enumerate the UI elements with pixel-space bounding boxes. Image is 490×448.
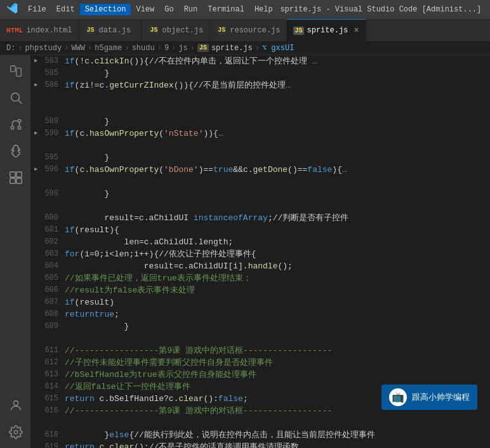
tab-data-js[interactable]: JS data.js xyxy=(79,19,142,41)
tab-icon-js: JS xyxy=(216,26,227,34)
code-line: if(result){ xyxy=(62,224,490,236)
activity-icon-debug[interactable] xyxy=(4,140,26,162)
breadcrumb-item[interactable]: shudu xyxy=(132,44,155,53)
tab-icon-js: JS xyxy=(293,27,303,35)
menu-terminal[interactable]: Terminal xyxy=(202,4,249,15)
line-number: 607 xyxy=(33,296,58,308)
svg-rect-10 xyxy=(17,178,22,183)
menu-file[interactable]: File xyxy=(23,4,51,15)
breadcrumb-item[interactable]: h5game xyxy=(95,44,122,53)
code-line: if(c.hasOwnProperty('nState')){… xyxy=(62,128,490,140)
line-number xyxy=(33,333,58,345)
code-line xyxy=(62,200,490,212)
breadcrumb-sep: › xyxy=(88,44,92,53)
menu-view[interactable]: View xyxy=(131,4,159,15)
code-line: if(c.hasOwnProperty('bDone')==true&&c.ge… xyxy=(62,164,490,176)
breadcrumb-sep: › xyxy=(157,44,162,53)
code-line: //子控件未能处理事件需要判断父控件自身是否处理事件 xyxy=(62,357,490,369)
line-number: 590 xyxy=(33,128,58,140)
breadcrumb-item[interactable]: WWW xyxy=(71,44,85,53)
tab-sprite-js[interactable]: JS sprite.js × xyxy=(287,19,366,41)
menu-run[interactable]: Run xyxy=(179,4,203,15)
line-number: 595 xyxy=(33,152,58,164)
code-line xyxy=(62,103,490,115)
tab-index-html[interactable]: HTML index.html xyxy=(0,19,79,41)
menu-selection[interactable]: Selection xyxy=(80,4,131,15)
code-line: } xyxy=(62,67,490,79)
line-number: 619 xyxy=(33,441,58,448)
tab-icon-html: HTML xyxy=(6,27,23,34)
code-line xyxy=(62,91,490,103)
tab-icon-js: JS xyxy=(149,26,159,34)
code-line: }else{//能执行到此处，说明在控件内点击，且能让当前层控件处理事件 xyxy=(62,429,490,441)
tab-bar: HTML index.html JS data.js JS object.js … xyxy=(0,19,490,41)
breadcrumb-item-js: JS xyxy=(197,44,209,52)
line-number: 613 xyxy=(33,369,58,381)
breadcrumb-item[interactable]: ⌥ gxsUI xyxy=(262,43,294,53)
breadcrumb-sep: › xyxy=(255,44,260,53)
line-number: 605 xyxy=(33,272,58,284)
tab-icon-js: JS xyxy=(85,26,95,34)
breadcrumb-sep: › xyxy=(18,44,22,53)
menu-help[interactable]: Help xyxy=(249,4,278,15)
activity-icon-account[interactable] xyxy=(4,395,26,416)
tab-close-button[interactable]: × xyxy=(354,26,359,35)
tab-object-js[interactable]: JS object.js xyxy=(142,19,210,41)
window-title: sprite.js - Visual Studio Code [Administ… xyxy=(278,5,484,14)
code-line: return true; xyxy=(62,308,490,320)
line-number: 614 xyxy=(33,381,58,393)
watermark-avatar: 📺 xyxy=(389,388,407,406)
svg-rect-8 xyxy=(17,172,22,177)
svg-point-12 xyxy=(14,430,18,434)
breadcrumb-item[interactable]: sprite.js xyxy=(211,44,253,53)
code-line: //bSelfHandle为true表示父控件自身能处理事件 xyxy=(62,369,490,381)
breadcrumb-item[interactable]: 9 xyxy=(164,44,169,53)
line-number: 609 xyxy=(33,320,58,333)
code-line: for(i=0;i<len;i++){//依次让子控件处理事件{ xyxy=(62,248,490,260)
line-number xyxy=(33,91,58,103)
line-numbers: 5835855865895905955965986006016026036046… xyxy=(30,55,62,448)
svg-rect-7 xyxy=(10,172,15,177)
line-number: 611 xyxy=(33,345,58,357)
line-number: 604 xyxy=(33,260,58,272)
line-number: 585 xyxy=(33,67,58,79)
menu-go[interactable]: Go xyxy=(159,4,178,15)
svg-point-4 xyxy=(11,126,14,129)
tab-label: object.js xyxy=(162,26,203,35)
code-line: } xyxy=(62,320,490,333)
svg-point-5 xyxy=(18,119,21,122)
line-number xyxy=(33,417,58,429)
code-line: result=c.aChildUI instanceof Array;//判断是… xyxy=(62,212,490,224)
breadcrumb-item[interactable]: js xyxy=(178,44,187,53)
tab-label: data.js xyxy=(98,26,130,35)
activity-icon-settings[interactable] xyxy=(4,421,26,443)
code-line: if(zi!=c.getCurrZIndex()){//不是当前层的控件处理… xyxy=(62,79,490,91)
activity-icon-search[interactable] xyxy=(4,87,26,109)
breadcrumb-item[interactable]: D: xyxy=(6,44,15,53)
code-line: if(result) xyxy=(62,296,490,308)
line-number: 615 xyxy=(33,393,58,405)
code-line xyxy=(62,140,490,152)
breadcrumb-sep: › xyxy=(64,44,69,53)
line-number: 602 xyxy=(33,236,58,248)
breadcrumb-sep: › xyxy=(190,44,195,53)
code-line: //result为false表示事件未处理 xyxy=(62,284,490,296)
code-line: len=c.aChildUI.length; xyxy=(62,236,490,248)
line-number: 589 xyxy=(33,115,58,128)
line-number: 600 xyxy=(33,212,58,224)
activity-icon-explorer[interactable] xyxy=(4,60,26,82)
line-number: 606 xyxy=(33,284,58,296)
breadcrumb-sep: › xyxy=(171,44,176,53)
watermark-text: 跟高小帅学编程 xyxy=(412,392,470,403)
svg-rect-9 xyxy=(10,178,15,183)
breadcrumb-item[interactable]: phpstudy xyxy=(25,44,62,53)
activity-icon-git[interactable] xyxy=(4,114,26,135)
line-number: 586 xyxy=(33,79,58,91)
svg-point-6 xyxy=(18,126,21,129)
activity-icon-extensions[interactable] xyxy=(4,167,26,188)
tab-resource-js[interactable]: JS resource.js xyxy=(210,19,287,41)
tab-label: resource.js xyxy=(230,26,280,35)
menu-bar: File Edit Selection View Go Run Terminal… xyxy=(23,4,278,15)
menu-edit[interactable]: Edit xyxy=(51,4,80,15)
title-bar: File Edit Selection View Go Run Terminal… xyxy=(0,0,490,19)
